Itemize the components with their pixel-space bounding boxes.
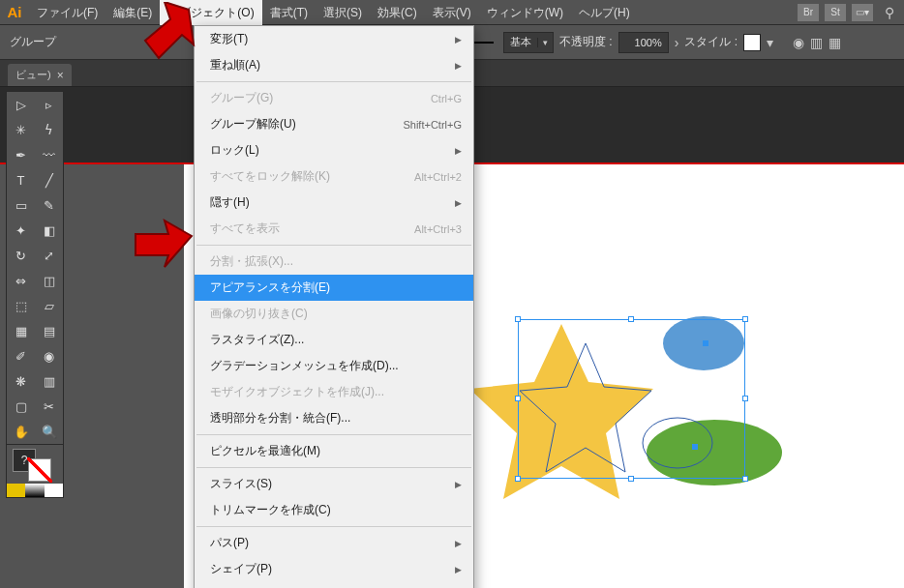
- lasso-tool[interactable]: ϟ: [35, 117, 63, 142]
- graphic-style-swatch[interactable]: [743, 34, 761, 51]
- opacity-input[interactable]: [618, 32, 669, 53]
- free-transform-tool[interactable]: ◫: [35, 268, 63, 293]
- menu-item-パスp[interactable]: パス(P)▶: [195, 530, 473, 556]
- zoom-tool[interactable]: 🔍: [35, 419, 63, 444]
- document-tab[interactable]: ビュー) ×: [8, 64, 72, 86]
- mesh-tool[interactable]: ▦: [7, 318, 35, 343]
- menu-書式[interactable]: 書式(T): [262, 0, 316, 25]
- menu-item-トリムマークを作成c[interactable]: トリムマークを作成(C): [195, 497, 473, 523]
- symbol-sprayer-tool[interactable]: ❋: [7, 368, 35, 394]
- eraser-tool[interactable]: ◧: [35, 218, 63, 243]
- menu-item-グループ解除u[interactable]: グループ解除(U)Shift+Ctrl+G: [195, 111, 473, 137]
- menu-item-変形t[interactable]: 変形(T)▶: [195, 26, 473, 52]
- menu-separator: [196, 526, 471, 527]
- menu-item-アピアランスを分割e[interactable]: アピアランスを分割(E): [195, 275, 473, 301]
- hand-tool[interactable]: ✋: [7, 419, 35, 444]
- menu-item-すべてを表示: すべてを表示Alt+Ctrl+3: [195, 216, 473, 242]
- stock-button[interactable]: St: [825, 4, 846, 21]
- selection-bounding-box: [518, 319, 745, 479]
- workspace-switcher[interactable]: ▭▾: [852, 4, 873, 21]
- app-logo: Ai: [0, 0, 29, 25]
- rotate-tool[interactable]: ↻: [7, 243, 35, 268]
- menu-separator: [196, 245, 471, 246]
- selection-type-label: グループ: [10, 34, 56, 50]
- selection-tool[interactable]: ▷: [7, 92, 35, 117]
- fill-stroke-swatch[interactable]: ?: [7, 445, 63, 484]
- object-menu-dropdown: 変形(T)▶重ね順(A)▶グループ(G)Ctrl+Gグループ解除(U)Shift…: [194, 25, 474, 588]
- menu-separator: [196, 434, 471, 435]
- menu-選択[interactable]: 選択(S): [316, 0, 370, 25]
- menu-item-重ね順a[interactable]: 重ね順(A)▶: [195, 52, 473, 78]
- menu-item-モザイクオブジェクトを作成j: モザイクオブジェクトを作成(J)...: [195, 379, 473, 405]
- svg-marker-0: [145, 2, 194, 58]
- svg-marker-1: [136, 220, 192, 267]
- stroke-profile-dropdown[interactable]: 基本▾: [503, 32, 554, 53]
- menu-item-すべてをロック解除k: すべてをロック解除(K)Alt+Ctrl+2: [195, 163, 473, 190]
- bridge-button[interactable]: Br: [798, 4, 819, 21]
- menu-効果[interactable]: 効果(C): [370, 0, 425, 25]
- document-tab-label: ビュー): [15, 68, 51, 82]
- menu-ファイル[interactable]: ファイル(F): [29, 0, 105, 25]
- gradient-tool[interactable]: ▤: [35, 318, 63, 343]
- close-tab-icon[interactable]: ×: [57, 69, 64, 82]
- artboard-tool[interactable]: ▢: [7, 394, 35, 419]
- eyedropper-tool[interactable]: ✐: [7, 343, 35, 368]
- menu-item-グラデーションメッシュを作成d[interactable]: グラデーションメッシュを作成(D)...: [195, 353, 473, 379]
- menu-item-ピクセルを最適化m[interactable]: ピクセルを最適化(M): [195, 438, 473, 464]
- menu-item-スライスs[interactable]: スライス(S)▶: [195, 471, 473, 497]
- tools-panel: ▷ ▹ ✳ ϟ ✒ 〰 T ╱ ▭ ✎ ✦ ◧ ↻ ⤢ ⇔ ◫ ⬚ ▱ ▦ ▤ …: [6, 91, 64, 498]
- opacity-label: 不透明度 :: [559, 34, 613, 50]
- shape-builder-tool[interactable]: ⬚: [7, 293, 35, 318]
- direct-selection-tool[interactable]: ▹: [35, 92, 63, 117]
- menu-separator: [196, 81, 471, 82]
- type-tool[interactable]: T: [7, 167, 35, 192]
- column-graph-tool[interactable]: ▥: [35, 368, 63, 394]
- menu-item-ロックl[interactable]: ロック(L)▶: [195, 137, 473, 163]
- search-icon[interactable]: ⚲: [885, 5, 894, 20]
- menu-item-透明部分を分割・統合f[interactable]: 透明部分を分割・統合(F)...: [195, 405, 473, 431]
- menu-item-画像の切り抜きc: 画像の切り抜き(C): [195, 301, 473, 327]
- transform-icon[interactable]: ▦: [829, 35, 841, 50]
- menu-item-隠すh[interactable]: 隠す(H)▶: [195, 190, 473, 216]
- menu-item-分割・拡張x: 分割・拡張(X)...: [195, 249, 473, 275]
- scale-tool[interactable]: ⤢: [35, 243, 63, 268]
- color-mode-normal[interactable]: [7, 484, 25, 497]
- shaper-tool[interactable]: ✦: [7, 218, 35, 243]
- menu-item-ラスタライズz[interactable]: ラスタライズ(Z)...: [195, 327, 473, 353]
- pen-tool[interactable]: ✒: [7, 142, 35, 167]
- menu-ウィンドウ[interactable]: ウィンドウ(W): [479, 0, 571, 25]
- paintbrush-tool[interactable]: ✎: [35, 192, 63, 218]
- menu-表示[interactable]: 表示(V): [425, 0, 479, 25]
- blend-tool[interactable]: ◉: [35, 343, 63, 368]
- align-icon[interactable]: ▥: [810, 35, 823, 50]
- opacity-arrow-icon[interactable]: ›: [675, 35, 679, 50]
- style-arrow-icon[interactable]: ▾: [767, 35, 773, 50]
- slice-tool[interactable]: ✂: [35, 394, 63, 419]
- color-mode-none[interactable]: [45, 484, 63, 497]
- style-label: スタイル :: [684, 34, 738, 50]
- rectangle-tool[interactable]: ▭: [7, 192, 35, 218]
- menu-item-パターンe[interactable]: パターン(E)▶: [195, 582, 473, 588]
- curvature-tool[interactable]: 〰: [35, 142, 63, 167]
- menu-item-グループg: グループ(G)Ctrl+G: [195, 85, 473, 111]
- menu-item-シェイプp[interactable]: シェイプ(P)▶: [195, 556, 473, 582]
- menu-ヘルプ[interactable]: ヘルプ(H): [571, 0, 638, 25]
- magic-wand-tool[interactable]: ✳: [7, 117, 35, 142]
- perspective-tool[interactable]: ▱: [35, 293, 63, 318]
- width-tool[interactable]: ⇔: [7, 268, 35, 293]
- color-mode-gradient[interactable]: [25, 484, 44, 497]
- line-tool[interactable]: ╱: [35, 167, 63, 192]
- menu-separator: [196, 467, 471, 468]
- recolor-icon[interactable]: ◉: [793, 35, 804, 50]
